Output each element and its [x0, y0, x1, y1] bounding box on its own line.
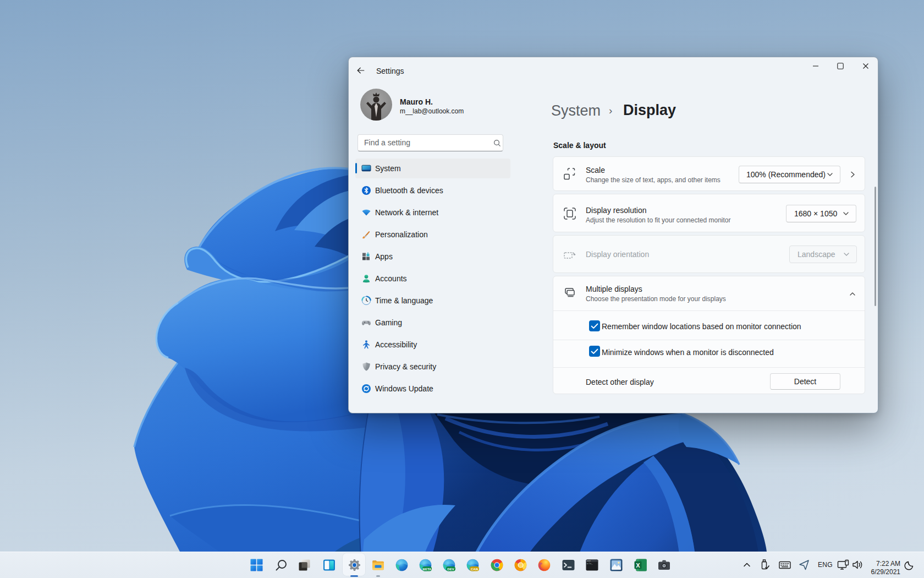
svg-text:BETA: BETA	[422, 568, 432, 571]
svg-text:DISM: DISM	[587, 560, 591, 562]
svg-text:X: X	[636, 562, 640, 569]
svg-text:C:\>_: C:\>_	[587, 563, 593, 565]
svg-text:CAN: CAN	[471, 568, 478, 571]
svg-text:DEV: DEV	[447, 568, 454, 571]
